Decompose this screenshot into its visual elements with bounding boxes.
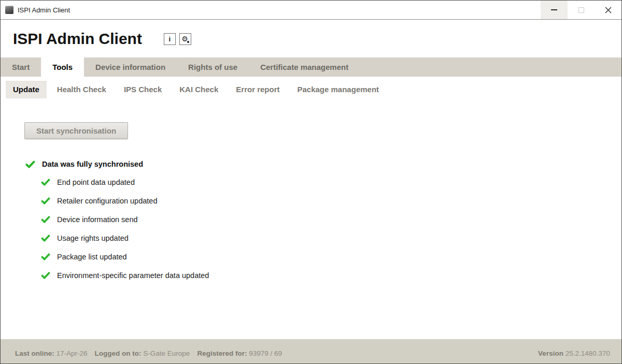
minimize-icon [551, 9, 557, 10]
tab-start[interactable]: Start [1, 57, 41, 77]
check-icon [41, 272, 50, 279]
check-icon [41, 253, 50, 260]
start-synchronisation-button[interactable]: Start synchronisation [24, 122, 128, 139]
maximize-button[interactable] [568, 1, 595, 19]
app-window: ISPI Admin Client ISPI Admin Client i [0, 0, 622, 364]
subtab-package-management[interactable]: Package management [290, 81, 386, 98]
maximize-icon [578, 7, 584, 13]
page-title: ISPI Admin Client [13, 30, 142, 48]
minimize-button[interactable] [541, 1, 568, 19]
registered-for-value: 93979 / 69 [249, 350, 282, 357]
settings-button[interactable]: ⚙ [179, 33, 191, 45]
subtab-error-report[interactable]: Error report [229, 81, 287, 98]
version-info: Version 25.2.1480.370 [538, 350, 610, 357]
tab-tools[interactable]: Tools [41, 57, 84, 77]
update-panel: Start synchronisation Data was fully syn… [1, 100, 621, 339]
titlebar: ISPI Admin Client [1, 1, 621, 20]
sync-status-item-label: Environment-specific parameter data upda… [57, 271, 209, 280]
logged-on-value: S-Gate Europe [143, 350, 190, 357]
sync-status-item: Device information send [41, 215, 621, 224]
sync-status-title: Data was fully synchronised [42, 160, 143, 168]
status-bar-left: Last online: 17-Apr-26 Logged on to: S-G… [15, 350, 289, 357]
version-label: Version [538, 350, 563, 357]
sync-status-item: End point data updated [41, 178, 621, 186]
check-icon [41, 197, 50, 205]
sync-status-item-label: Package list updated [57, 253, 127, 261]
subtab-kai-check[interactable]: KAI Check [172, 81, 225, 98]
close-icon [605, 7, 612, 13]
status-bar: Last online: 17-Apr-26 Logged on to: S-G… [1, 339, 621, 363]
sync-status-item: Retailer configuration updated [41, 197, 621, 205]
version-value: 25.2.1480.370 [566, 350, 610, 357]
sync-status-item-label: Device information send [57, 215, 138, 224]
registered-for: Registered for: 93979 / 69 [197, 350, 282, 357]
check-icon [41, 179, 50, 186]
main-tab-bar: Start Tools Device information Rights of… [1, 57, 621, 77]
close-button[interactable] [595, 1, 621, 19]
tab-rights-of-use[interactable]: Rights of use [177, 57, 249, 77]
logged-on-label: Logged on to: [95, 350, 142, 357]
check-icon [41, 216, 50, 223]
logged-on-to: Logged on to: S-Gate Europe [95, 350, 190, 357]
sync-status-item-label: Retailer configuration updated [57, 197, 157, 205]
sub-tab-bar: Update Health Check IPS Check KAI Check … [1, 77, 621, 100]
header-buttons: i ⚙ [164, 33, 191, 45]
info-icon: i [169, 35, 171, 43]
last-online-label: Last online: [15, 350, 54, 357]
sync-status-header: Data was fully synchronised [25, 160, 621, 168]
subtab-ips-check[interactable]: IPS Check [117, 81, 169, 98]
sync-status-item-label: Usage rights updated [57, 234, 129, 242]
registered-for-label: Registered for: [197, 350, 247, 357]
sync-status-item: Package list updated [41, 253, 621, 261]
window-title: ISPI Admin Client [18, 6, 70, 14]
header: ISPI Admin Client i ⚙ [1, 20, 621, 57]
app-icon [5, 6, 13, 14]
check-icon [41, 235, 50, 242]
sync-status-item: Environment-specific parameter data upda… [41, 271, 621, 280]
subtab-update[interactable]: Update [6, 81, 47, 98]
settings-gear-dot-icon [187, 41, 189, 43]
sync-status-list: Data was fully synchronised End point da… [25, 160, 621, 280]
window-controls [541, 1, 621, 19]
subtab-health-check[interactable]: Health Check [50, 81, 114, 98]
info-button[interactable]: i [164, 33, 176, 45]
last-online: Last online: 17-Apr-26 [15, 350, 88, 357]
check-icon [25, 161, 35, 168]
tab-certificate-management[interactable]: Certificate management [249, 57, 360, 77]
sync-status-item: Usage rights updated [41, 234, 621, 242]
sync-status-item-label: End point data updated [57, 178, 135, 186]
tab-device-information[interactable]: Device information [84, 57, 177, 77]
last-online-value: 17-Apr-26 [56, 350, 88, 357]
